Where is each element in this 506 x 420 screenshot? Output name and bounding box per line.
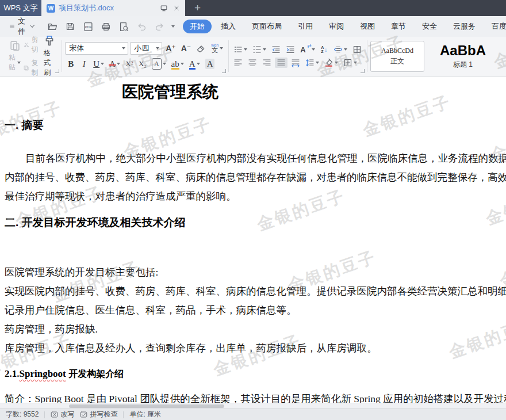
indent-button[interactable] — [284, 44, 297, 55]
overwrite-icon — [51, 411, 58, 418]
align-center-button[interactable] — [246, 58, 259, 68]
clipboard-dialog-launcher[interactable] — [55, 69, 59, 73]
paragraph-line: 最佳治疗期等现状，对患者的治疗造成严重的影响。 — [5, 187, 506, 206]
tab-baidu-netdisk[interactable]: 百度网盘 — [485, 20, 506, 33]
scissors-icon — [24, 41, 29, 49]
line-spacing-button[interactable] — [304, 58, 321, 68]
table-grid-button[interactable] — [351, 44, 363, 55]
document-canvas[interactable]: 医院管理系统 一. 摘要 目前各医疗机构中，绝大部分中小型医疗机构内部没有实现任… — [0, 77, 506, 408]
print-button[interactable] — [99, 20, 113, 33]
new-tab-button[interactable]: + — [185, 0, 210, 16]
align-right-button[interactable] — [260, 58, 273, 68]
divider — [44, 411, 45, 418]
chevron-down-icon — [316, 62, 319, 64]
paste-button[interactable]: 粘贴 — [6, 39, 24, 74]
tab-references[interactable]: 引用 — [291, 20, 320, 33]
char-shading-button[interactable]: A — [204, 58, 217, 70]
distribute-button[interactable] — [289, 58, 302, 68]
tab-review[interactable]: 审阅 — [322, 20, 351, 33]
app-menu-button[interactable]: WPS 文字 — [0, 0, 41, 16]
clipboard-group: 粘贴 剪切 复制 格式刷 — [3, 39, 60, 73]
tab-view[interactable]: 视图 — [353, 20, 382, 33]
close-tab-icon[interactable] — [173, 5, 180, 12]
copy-icon — [24, 64, 29, 72]
numbering-button[interactable] — [251, 44, 268, 55]
paste-icon — [9, 40, 21, 51]
char-scale-icon: A⇄ — [300, 45, 310, 54]
heading-summary: 一. 摘要 — [5, 117, 506, 133]
tab-page-layout[interactable]: 页面布局 — [245, 20, 289, 33]
tab-cloud-service[interactable]: 云服务 — [446, 20, 482, 33]
chevron-down-icon — [117, 63, 120, 65]
highlight-button[interactable]: ab — [170, 58, 186, 70]
overwrite-toggle[interactable]: 改写 — [51, 410, 74, 419]
phonetic-guide-button[interactable]: wén文 — [209, 43, 225, 54]
word-count[interactable]: 字数: 9552 — [6, 410, 39, 419]
font-size-select[interactable]: 小四 — [130, 42, 162, 55]
char-scale-button[interactable]: A⇄ — [298, 45, 316, 55]
copy-button[interactable]: 复制 — [24, 58, 41, 78]
align-left-icon — [233, 58, 243, 67]
spellcheck-toggle[interactable]: 拼写检查 — [80, 410, 117, 419]
chevron-down-icon — [30, 23, 34, 27]
subscript-button[interactable]: X₂ — [137, 59, 148, 69]
bullets-button[interactable] — [232, 44, 249, 55]
heading-dev-goals: 二. 开发目标开发环境及相关技术介绍 — [5, 215, 506, 230]
paragraph-layout-button[interactable] — [332, 44, 349, 55]
svg-text:PDF: PDF — [85, 25, 91, 29]
align-left-button[interactable] — [232, 58, 244, 68]
cut-button[interactable]: 剪切 — [24, 35, 41, 55]
italic-button[interactable]: I — [78, 58, 90, 70]
redo-button[interactable] — [152, 20, 166, 33]
menubar: 文件 PDF 开始 插入 页面布局 引用 审阅 视图 章节 安全 云服务 百度网… — [0, 16, 506, 37]
divider — [123, 411, 124, 418]
document-tab[interactable]: W 项目策划书.docx — [41, 0, 185, 16]
horizontal-scrollbar[interactable] — [0, 403, 506, 408]
open-file-button[interactable] — [45, 20, 59, 33]
heading-springboot: 2.1.Springboot 开发构架介绍 — [5, 368, 506, 380]
superscript-button[interactable]: X² — [124, 59, 135, 69]
print-preview-button[interactable] — [117, 20, 131, 33]
chevron-down-icon — [181, 63, 184, 65]
sort-button[interactable]: AZ↓ — [319, 45, 330, 54]
paragraph-dialog-launcher[interactable] — [361, 69, 365, 73]
save-button[interactable] — [63, 20, 77, 33]
outdent-button[interactable] — [270, 44, 282, 55]
borders-button[interactable] — [342, 58, 359, 68]
unit-setting[interactable]: 单位: 厘米 — [129, 410, 161, 419]
toolbar-dropdown-icon[interactable] — [171, 25, 175, 28]
style-heading-1[interactable]: AaBbA 标题 1 — [429, 41, 497, 72]
paragraph-line: 实现医院内部的挂号、收费、药房、药库、科室、病床的信息化管理。提供记录医院内部各… — [5, 282, 506, 301]
chevron-down-icon — [335, 62, 338, 64]
strikethrough-button[interactable]: A — [108, 58, 122, 70]
shrink-font-button[interactable]: A⁻ — [179, 43, 193, 54]
font-dialog-launcher[interactable] — [222, 69, 226, 73]
clear-format-button[interactable] — [194, 43, 208, 54]
font-color-button[interactable]: A — [187, 58, 202, 70]
justify-icon — [277, 58, 286, 67]
phonetic-icon: wén文 — [211, 43, 218, 54]
tab-insert[interactable]: 插入 — [214, 20, 243, 33]
tab-security[interactable]: 安全 — [415, 20, 444, 33]
style-body-text[interactable]: AaBbCcDd 正文 — [370, 41, 424, 72]
underline-button[interactable]: U — [91, 58, 106, 70]
char-effect-button[interactable]: A — [150, 58, 168, 70]
tab-home[interactable]: 开始 — [183, 20, 212, 33]
font-family-select[interactable]: 宋体 — [65, 42, 128, 55]
app-name: WPS 文字 — [3, 3, 37, 13]
export-pdf-button[interactable]: PDF — [81, 20, 95, 33]
undo-button[interactable] — [135, 20, 148, 33]
shading-button[interactable] — [323, 58, 340, 68]
justify-button[interactable] — [275, 58, 288, 68]
printer-icon — [101, 22, 111, 32]
scrollbar-thumb[interactable] — [69, 404, 224, 408]
grow-font-button[interactable]: A⁺ — [164, 43, 178, 54]
tab-section[interactable]: 章节 — [384, 20, 413, 33]
paste-dropdown-icon[interactable] — [17, 62, 21, 64]
bold-button[interactable]: B — [65, 58, 76, 70]
paragraph-line: 目前各医疗机构中，绝大部分中小型医疗机构内部没有实现任何信息化管理，医院临床信息… — [5, 149, 506, 168]
screen-share-icon[interactable] — [160, 4, 168, 12]
file-menu-button[interactable]: 文件 — [6, 16, 37, 37]
file-menu-label: 文件 — [18, 16, 28, 37]
shading-bucket-icon — [324, 58, 334, 67]
